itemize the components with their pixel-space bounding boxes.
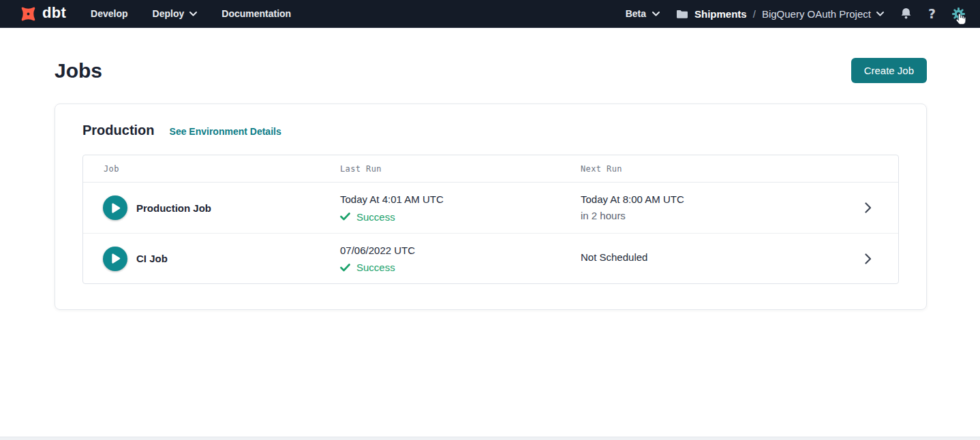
next-run-time: Not Scheduled bbox=[581, 251, 846, 264]
job-row-ci-job[interactable]: CI Job 07/06/2022 UTC Success Not Schedu… bbox=[83, 233, 898, 283]
see-environment-details-link[interactable]: See Environment Details bbox=[170, 126, 281, 137]
run-job-play-button[interactable] bbox=[103, 247, 127, 271]
jobs-page: Jobs Create Job Production See Environme… bbox=[0, 58, 980, 310]
chevron-down-icon bbox=[876, 12, 884, 16]
breadcrumb: Shipments / BigQuery OAuth Project bbox=[676, 8, 884, 20]
next-run-cell: Today At 8:00 AM UTC in 2 hours bbox=[581, 193, 846, 223]
last-run-status: Success bbox=[340, 262, 581, 273]
page-header: Jobs Create Job bbox=[55, 58, 927, 83]
run-job-play-button[interactable] bbox=[103, 195, 127, 220]
success-check-icon bbox=[340, 264, 350, 272]
jobs-table-header: Job Last Run Next Run bbox=[83, 155, 898, 183]
last-run-cell: Today At 4:01 AM UTC Success bbox=[340, 193, 581, 222]
dbt-logo[interactable]: dbt bbox=[19, 5, 66, 23]
beta-label: Beta bbox=[626, 8, 646, 19]
breadcrumb-project: BigQuery OAuth Project bbox=[762, 8, 871, 20]
job-name: Production Job bbox=[136, 202, 211, 214]
project-dropdown[interactable]: BigQuery OAuth Project bbox=[762, 8, 884, 20]
nav-item-deploy[interactable]: Deploy bbox=[153, 8, 198, 19]
chevron-down-icon bbox=[189, 12, 197, 16]
nav-item-develop[interactable]: Develop bbox=[91, 8, 127, 19]
next-run-time: Today At 8:00 AM UTC bbox=[581, 193, 846, 206]
next-run-cell: Not Scheduled bbox=[581, 251, 846, 266]
top-navbar: dbt Develop Deploy Documentation Beta bbox=[0, 0, 980, 28]
beta-dropdown[interactable]: Beta bbox=[626, 8, 660, 19]
breadcrumb-account[interactable]: Shipments bbox=[694, 8, 747, 20]
success-check-icon bbox=[340, 213, 350, 221]
last-run-time: Today At 4:01 AM UTC bbox=[340, 193, 581, 206]
chevron-down-icon bbox=[652, 12, 660, 16]
status-label: Success bbox=[356, 211, 395, 223]
jobs-table: Job Last Run Next Run Production Job Tod… bbox=[82, 155, 899, 284]
nav-item-documentation[interactable]: Documentation bbox=[221, 8, 291, 19]
create-job-button[interactable]: Create Job bbox=[851, 58, 927, 83]
notifications-bell-icon[interactable] bbox=[900, 7, 912, 20]
nav-item-documentation-label: Documentation bbox=[221, 8, 291, 19]
page-title: Jobs bbox=[55, 59, 102, 82]
navbar-right: Beta Shipments / BigQuery OAuth Project bbox=[626, 7, 965, 20]
main-nav: Develop Deploy Documentation bbox=[91, 8, 291, 19]
breadcrumb-separator: / bbox=[753, 8, 756, 20]
next-run-relative: in 2 hours bbox=[581, 209, 846, 223]
environment-name: Production bbox=[82, 123, 155, 138]
job-name: CI Job bbox=[136, 253, 168, 264]
column-header-last-run: Last Run bbox=[340, 164, 581, 174]
column-header-next-run: Next Run bbox=[581, 164, 846, 174]
last-run-time: 07/06/2022 UTC bbox=[340, 244, 581, 257]
dbt-logo-text: dbt bbox=[42, 5, 66, 20]
job-cell: Production Job bbox=[83, 195, 340, 220]
nav-item-deploy-label: Deploy bbox=[153, 8, 185, 19]
status-label: Success bbox=[356, 262, 395, 273]
column-header-job: Job bbox=[83, 164, 340, 174]
job-row-production-job[interactable]: Production Job Today At 4:01 AM UTC Succ… bbox=[83, 183, 898, 233]
nav-item-develop-label: Develop bbox=[91, 8, 127, 19]
dbt-logo-icon bbox=[19, 5, 37, 23]
bottom-edge-bar bbox=[0, 437, 980, 440]
settings-gear-icon[interactable] bbox=[952, 7, 965, 20]
row-chevron-right-icon[interactable] bbox=[846, 202, 898, 213]
job-cell: CI Job bbox=[83, 247, 340, 271]
last-run-status: Success bbox=[340, 211, 581, 223]
environment-header: Production See Environment Details bbox=[82, 123, 899, 138]
help-icon[interactable]: ? bbox=[928, 7, 936, 20]
folder-icon bbox=[676, 9, 688, 19]
last-run-cell: 07/06/2022 UTC Success bbox=[340, 244, 581, 273]
environment-card: Production See Environment Details Job L… bbox=[55, 104, 927, 310]
row-chevron-right-icon[interactable] bbox=[846, 253, 898, 264]
